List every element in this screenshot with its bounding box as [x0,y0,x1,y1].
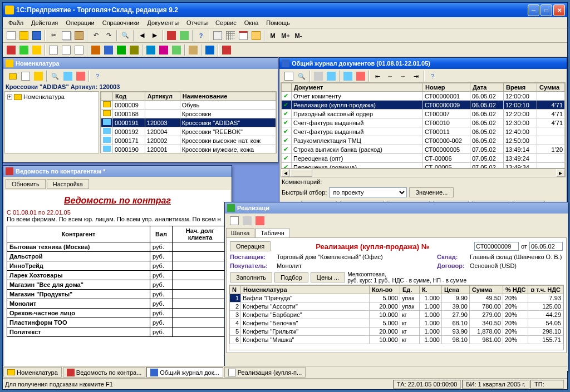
vedom-update-button[interactable]: Обновить [6,179,46,189]
tb-calc-icon[interactable] [212,29,224,42]
table-row[interactable]: Монолитруб. [7,299,228,309]
nomen-tree[interactable]: + Номенклатура [4,91,99,153]
journal-hscroll[interactable]: ◀ ▶ [281,168,566,177]
jrn-tb10-icon[interactable]: ⇥ [410,70,422,82]
table-row[interactable]: 4Конфеты "Белочка"5.000кг1.00068.10340.5… [230,319,563,328]
tb-book-icon[interactable] [250,29,262,42]
tb-help-icon[interactable]: ? [195,29,207,42]
tb-cut-icon[interactable]: ✂ [47,29,60,42]
realiz-fill-button[interactable]: Заполнить [230,272,272,282]
journal-filter-select[interactable]: по проекту [329,187,407,197]
table-row[interactable]: Бытовая техника (Москва)руб. [7,242,228,252]
table-row[interactable]: ✔Переоценка (опт)СТ-0000607.05.0213:49:2… [282,154,565,163]
tree-plus-icon[interactable]: + [7,95,12,100]
tb-copy-icon[interactable] [60,29,72,42]
menu-docs[interactable]: Документы [144,18,182,27]
tab-header[interactable]: Шапка [226,228,254,237]
tb2-c-icon[interactable] [31,44,43,56]
tb-cal-icon[interactable] [237,29,249,42]
table-row[interactable]: 0000171120002Кроссовки высокие нат. кож [101,136,276,145]
tb2-e-icon[interactable] [60,44,72,56]
tb-save-icon[interactable] [31,29,43,42]
jrn-tb7-icon[interactable]: ⇤ [371,70,384,82]
rl-tb2-icon[interactable] [241,215,253,227]
tb2-i-icon[interactable] [115,44,127,56]
nomen-tb1-icon[interactable] [7,70,19,82]
nomen-titlebar[interactable]: Номенклатура [3,58,278,69]
minimize-button[interactable]: ─ [528,4,539,16]
tb-redo-icon[interactable]: ↷ [102,29,115,42]
jrn-tb9-icon[interactable]: → [397,70,409,82]
tb-paste-icon[interactable] [73,29,85,42]
table-row[interactable]: 0000009Обувь [101,101,276,110]
menu-actions[interactable]: Действия [28,18,61,27]
tb-m[interactable]: M [267,29,279,42]
table-row[interactable]: 3Конфеты "Барбарис"10.000кг1.00027.90279… [230,311,563,319]
journal-grid[interactable]: Документ Номер Дата Время Сумма ✔Отчет к… [281,82,566,168]
realiz-prices-button[interactable]: Цены ... [311,272,345,282]
jrn-tb2-icon[interactable]: 🔍 [296,70,308,82]
rl-tb1-icon[interactable] [228,215,240,227]
menu-operations[interactable]: Операции [62,18,97,27]
journal-value-button[interactable]: Значение... [409,187,454,197]
tb2-f-icon[interactable] [73,44,85,56]
tb-tree-icon[interactable] [178,29,190,42]
jrn-tb6-icon[interactable] [355,70,367,82]
tb2-l-icon[interactable] [158,44,170,56]
table-row[interactable]: Орехов-частное лицоруб. [7,309,228,318]
tb-open-icon[interactable] [18,29,30,42]
table-row[interactable]: ✔Приходный кассовый ордерСТ0000706.05.02… [282,110,565,118]
vedom-setup-button[interactable]: Настройка [47,179,89,189]
tb-grid-icon[interactable] [224,29,237,42]
menu-windows[interactable]: Окна [241,18,262,27]
table-row[interactable]: ✔Счет-фактура выданныйСТ0001106.05.0212:… [282,127,565,136]
tb-mplus[interactable]: M+ [279,29,292,42]
realiz-grid[interactable]: N Номенклатура Кол-во Ед. К. Цена Сумма … [229,285,564,350]
task-vedom[interactable]: Ведомость по контра... [63,367,145,378]
menu-file[interactable]: Файл [5,18,27,27]
menu-reports[interactable]: Отчеты [183,18,211,27]
nomen-tb2-icon[interactable] [19,70,32,82]
table-row[interactable]: 6Конфеты "Мишка"10.000кг1.00098.10981.00… [230,336,563,344]
tb-arrow-prev-icon[interactable]: ◀ [136,29,148,42]
nomen-tb5-icon[interactable] [62,70,74,82]
scroll-right-icon[interactable]: ▶ [556,169,565,177]
tb-find-icon[interactable]: 🔍 [119,29,131,42]
journal-titlebar[interactable]: Общий журнал документов (01.08.01-22.01.… [279,58,567,69]
tb2-j-icon[interactable] [128,44,140,56]
tb2-o-icon[interactable] [204,44,216,56]
tb-new-icon[interactable] [5,29,17,42]
table-row[interactable]: ✔Разукомплектация ТМЦСТ00000-00206.05.02… [282,136,565,145]
nomen-tb4-icon[interactable]: 🔍 [49,70,61,82]
jrn-tb8-icon[interactable]: ← [384,70,396,82]
nomen-tb3-icon[interactable] [32,70,45,82]
table-row[interactable]: ✔Счет-фактура выданныйСТ0001006.05.0212:… [282,118,565,127]
tb2-a-icon[interactable] [5,44,17,56]
jrn-tb5-icon[interactable] [342,70,354,82]
jrn-tb1-icon[interactable] [283,70,295,82]
realiz-select-button[interactable]: Подбор [274,272,308,282]
table-row[interactable]: Магазин "Продукты"руб. [7,290,228,299]
table-row[interactable]: 5Конфеты "Грильяж"20.000кг1.00093.901,87… [230,328,563,336]
tb2-d-icon[interactable] [47,44,60,56]
tb2-b-icon[interactable] [18,44,30,56]
realiz-docnum-input[interactable] [474,242,519,251]
rl-tb3-icon[interactable] [254,215,266,227]
realiz-date-input[interactable] [529,242,563,251]
realiz-oper-button[interactable]: Операция [230,241,271,251]
task-nomen[interactable]: Номенклатура [3,367,62,378]
table-row[interactable]: Дальстройруб. [7,252,228,261]
table-row[interactable]: ✔Переоценка (розница)СТ-0000507.05.0213:… [282,163,565,169]
table-row[interactable]: Политекструб. [7,328,228,337]
menu-help[interactable]: Помощь [263,18,293,27]
close-button[interactable]: ✕ [553,4,565,16]
table-row[interactable]: 0000168Кроссовки [101,110,276,118]
menu-service[interactable]: Сервис [212,18,240,27]
table-row[interactable]: 0000192120004Кроссовки "REEBOK" [101,127,276,136]
nomen-grid[interactable]: Код Артикул Наименование 0000009Обувь000… [100,91,277,153]
task-realiz[interactable]: Реализация (купля-п... [224,367,306,378]
table-row[interactable]: ✔Строка выписки банка (расход)СТ00000005… [282,145,565,154]
table-row[interactable]: 1Вафли "Причуда"5.000упак1.0009.9049.502… [230,294,563,302]
table-row[interactable]: ✔Реализация (купля-продажа)СТ0000000906.… [282,101,565,110]
tb-mminus[interactable]: M- [292,29,304,42]
